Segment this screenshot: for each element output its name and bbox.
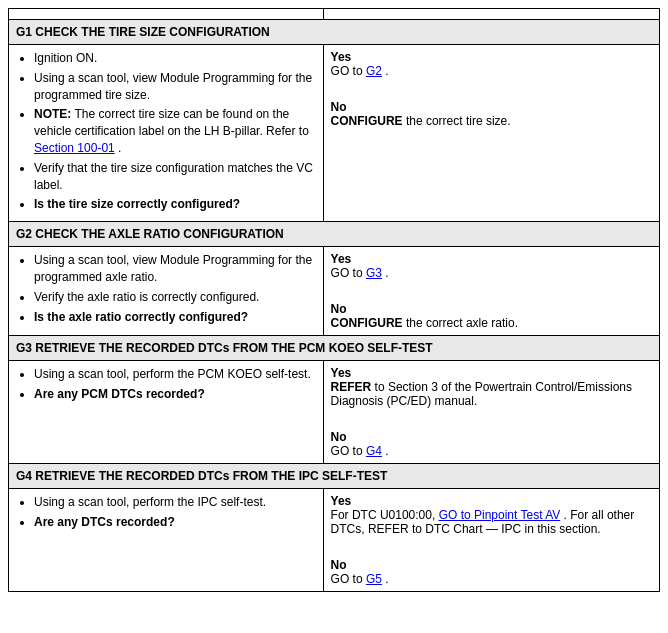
step-item: Verify that the tire size configuration …: [34, 160, 316, 194]
result-link[interactable]: GO to Pinpoint Test AV: [439, 508, 561, 522]
bold-result-text: CONFIGURE: [331, 316, 403, 330]
no-block: NoGO to G5 .: [331, 558, 652, 586]
step-item: Using a scan tool, view Module Programmi…: [34, 70, 316, 104]
result-cell-g3: YesREFER to Section 3 of the Powertrain …: [323, 361, 659, 464]
yes-label: Yes: [331, 252, 352, 266]
step-item: Are any DTCs recorded?: [34, 514, 316, 531]
yes-label: Yes: [331, 50, 352, 64]
yes-block: YesFor DTC U0100:00, GO to Pinpoint Test…: [331, 494, 652, 536]
note-label: NOTE:: [34, 107, 71, 121]
section-header-g3: G3 RETRIEVE THE RECORDED DTCs FROM THE P…: [9, 336, 660, 361]
section-header-g2: G2 CHECK THE AXLE RATIO CONFIGURATION: [9, 222, 660, 247]
result-link[interactable]: G2: [366, 64, 382, 78]
section-header-g4: G4 RETRIEVE THE RECORDED DTCs FROM THE I…: [9, 464, 660, 489]
bold-result-text: REFER: [331, 380, 372, 394]
no-block: NoCONFIGURE the correct tire size.: [331, 100, 652, 128]
col-header-result: [323, 9, 659, 20]
yes-block: YesGO to G2 .: [331, 50, 652, 78]
steps-cell-g1: Ignition ON.Using a scan tool, view Modu…: [9, 45, 324, 222]
no-block: NoCONFIGURE the correct axle ratio.: [331, 302, 652, 330]
step-item: Is the tire size correctly configured?: [34, 196, 316, 213]
step-item: Are any PCM DTCs recorded?: [34, 386, 316, 403]
step-item: NOTE: The correct tire size can be found…: [34, 106, 316, 156]
step-item: Verify the axle ratio is correctly confi…: [34, 289, 316, 306]
no-label: No: [331, 302, 347, 316]
step-item: Is the axle ratio correctly configured?: [34, 309, 316, 326]
diagnostic-table: G1 CHECK THE TIRE SIZE CONFIGURATIONIgni…: [8, 8, 660, 592]
yes-block: YesREFER to Section 3 of the Powertrain …: [331, 366, 652, 408]
no-label: No: [331, 558, 347, 572]
result-link[interactable]: G3: [366, 266, 382, 280]
bold-step: Are any DTCs recorded?: [34, 515, 175, 529]
steps-cell-g4: Using a scan tool, perform the IPC self-…: [9, 489, 324, 592]
result-cell-g1: YesGO to G2 .NoCONFIGURE the correct tir…: [323, 45, 659, 222]
yes-label: Yes: [331, 366, 352, 380]
step-item: Using a scan tool, perform the IPC self-…: [34, 494, 316, 511]
bold-step: Are any PCM DTCs recorded?: [34, 387, 205, 401]
bold-step: Is the tire size correctly configured?: [34, 197, 240, 211]
yes-block: YesGO to G3 .: [331, 252, 652, 280]
step-item: Using a scan tool, perform the PCM KOEO …: [34, 366, 316, 383]
step-item: Using a scan tool, view Module Programmi…: [34, 252, 316, 286]
bold-result-text: CONFIGURE: [331, 114, 403, 128]
bold-step: Is the axle ratio correctly configured?: [34, 310, 248, 324]
section-header-g1: G1 CHECK THE TIRE SIZE CONFIGURATION: [9, 20, 660, 45]
step-item: Ignition ON.: [34, 50, 316, 67]
yes-label: Yes: [331, 494, 352, 508]
steps-cell-g3: Using a scan tool, perform the PCM KOEO …: [9, 361, 324, 464]
no-label: No: [331, 100, 347, 114]
steps-cell-g2: Using a scan tool, view Module Programmi…: [9, 247, 324, 336]
result-cell-g2: YesGO to G3 .NoCONFIGURE the correct axl…: [323, 247, 659, 336]
no-label: No: [331, 430, 347, 444]
no-block: NoGO to G4 .: [331, 430, 652, 458]
result-link[interactable]: G5: [366, 572, 382, 586]
result-cell-g4: YesFor DTC U0100:00, GO to Pinpoint Test…: [323, 489, 659, 592]
col-header-test-step: [9, 9, 324, 20]
result-link[interactable]: G4: [366, 444, 382, 458]
step-link[interactable]: Section 100-01: [34, 141, 115, 155]
